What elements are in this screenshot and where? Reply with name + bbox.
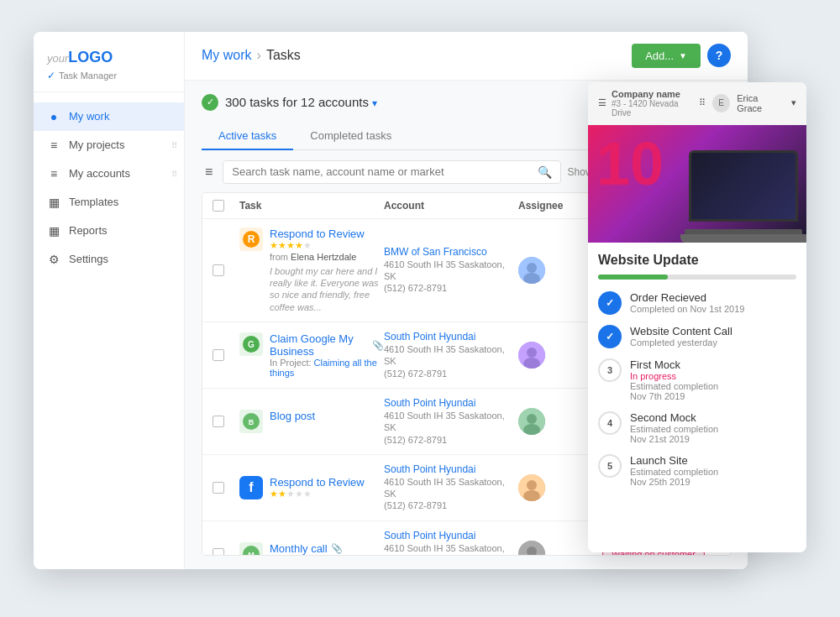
header-task: Task (239, 200, 384, 212)
breadcrumb-separator: › (257, 48, 261, 63)
svg-text:B: B (249, 418, 255, 426)
svg-text:M: M (248, 551, 255, 556)
project-link[interactable]: Claiming all the things (270, 358, 377, 378)
my-projects-icon: ≡ (47, 139, 60, 152)
account-addr: 4610 South IH 35 Saskatoon, SK(512) 672-… (384, 542, 518, 556)
task-name[interactable]: Blog post (270, 410, 315, 422)
row-1-account-cell: BMW of San Francisco 4610 South IH 35 Sa… (384, 246, 518, 295)
laptop-base (680, 234, 806, 243)
svg-text:G: G (248, 340, 255, 349)
progress-bar-fill (598, 275, 668, 280)
account-name[interactable]: South Point Hyundai (384, 463, 518, 475)
milestone-content: Order Recieved Completed on Nov 1st 2019 (630, 291, 744, 314)
milestone-number-icon: 5 (598, 454, 622, 478)
hero-number: 10 (596, 133, 664, 194)
account-addr: 4610 South IH 35 Saskatoon, SK(512) 672-… (384, 476, 518, 512)
row-checkbox (213, 548, 239, 556)
task-info: Claim Google My Business 📎 In Project: C… (270, 332, 384, 378)
sidebar-item-settings[interactable]: ⚙ Settings (34, 245, 184, 274)
avatar (518, 408, 545, 435)
task-name[interactable]: Respond to Review (270, 227, 384, 240)
row-2-task-cell: G Claim Google My Business 📎 In Project:… (239, 332, 384, 378)
sidebar-item-my-accounts[interactable]: ≡ My accounts ⠿ (34, 159, 184, 188)
row-4-account-cell: South Point Hyundai 4610 South IH 35 Sas… (384, 463, 518, 512)
row-5-task-cell: M Monthly call 📎 (239, 542, 384, 556)
task-icon-blog: B (239, 410, 263, 433)
task-name[interactable]: Respond to Review (270, 476, 365, 489)
milestone-number-icon: 3 (598, 358, 622, 382)
progress-bar-container (598, 275, 796, 280)
task-info: Monthly call 📎 (270, 542, 343, 555)
help-button[interactable]: ? (707, 44, 731, 67)
account-name[interactable]: South Point Hyundai (384, 530, 518, 541)
company-name: Company name (612, 89, 699, 99)
search-icon: 🔍 (538, 165, 552, 179)
task-info: Blog post (270, 410, 315, 422)
task-name[interactable]: Monthly call (270, 542, 328, 555)
row-5-checkbox[interactable] (213, 548, 224, 556)
row-1-checkbox[interactable] (213, 264, 224, 276)
in-project: In Project: Claiming all the things (270, 358, 384, 378)
sidebar-item-my-work[interactable]: ● My work (34, 102, 184, 131)
task-stars: ★★★★★ (270, 240, 384, 251)
row-checkbox (213, 349, 239, 361)
panel-header: ☰ Company name #3 - 1420 Nevada Drive ⠿ … (588, 82, 806, 125)
milestone-sub: Estimated completionNov 21st 2019 (630, 424, 718, 444)
row-checkbox (213, 482, 239, 494)
account-name[interactable]: South Point Hyundai (384, 331, 518, 342)
avatar (518, 541, 545, 556)
hamburger-icon: ☰ (598, 97, 606, 108)
milestone-item: 4 Second Mock Estimated completionNov 21… (598, 411, 796, 444)
my-accounts-icon: ≡ (47, 167, 60, 180)
task-stars: ★★★★★ (270, 489, 365, 499)
add-button-label: Add... (645, 50, 674, 62)
milestone-item: 5 Launch Site Estimated completionNov 25… (598, 454, 796, 487)
clip-icon: 📎 (331, 543, 343, 554)
row-1-task-cell: R Respond to Review ★★★★★ from Elena Her… (239, 227, 384, 314)
row-4-task-cell: f Respond to Review ★★★★★ (239, 476, 384, 499)
add-button[interactable]: Add... ▼ (632, 44, 701, 68)
tab-active-tasks[interactable]: Active tasks (202, 123, 293, 150)
account-addr: 4610 South IH 35 Saskatoon, SK(512) 672-… (384, 259, 518, 295)
drag-handle-2: ⠿ (171, 169, 177, 178)
breadcrumb-parent[interactable]: My work (202, 48, 252, 63)
company-address: #3 - 1420 Nevada Drive (612, 99, 699, 118)
svg-point-8 (527, 348, 537, 358)
sidebar-item-my-projects[interactable]: ≡ My projects ⠿ (34, 131, 184, 159)
svg-point-3 (527, 263, 537, 273)
milestone-sub: Estimated completionNov 25th 2019 (630, 467, 718, 487)
row-2-checkbox[interactable] (213, 349, 224, 361)
row-3-checkbox[interactable] (213, 416, 224, 427)
tasks-count-text: 300 tasks for 12 accounts ▾ (225, 95, 377, 109)
templates-icon: ▦ (47, 196, 60, 209)
sidebar-item-label: My projects (69, 139, 124, 151)
user-dropdown-icon[interactable]: ▾ (791, 97, 796, 108)
select-all-checkbox[interactable] (213, 200, 224, 212)
filter-button[interactable]: ≡ (202, 161, 216, 183)
row-checkbox (213, 264, 239, 276)
breadcrumb: My work › Tasks (202, 48, 301, 63)
breadcrumb-current: Tasks (266, 48, 301, 63)
account-name[interactable]: South Point Hyundai (384, 397, 518, 409)
count-dropdown-icon[interactable]: ▾ (372, 97, 377, 109)
avatar (518, 342, 545, 369)
search-input[interactable] (232, 165, 530, 178)
milestone-done-icon: ✓ (598, 325, 622, 348)
row-4-checkbox[interactable] (213, 482, 224, 494)
account-name[interactable]: BMW of San Francisco (384, 246, 518, 258)
sidebar-item-templates[interactable]: ▦ Templates (34, 188, 184, 217)
grid-icon: ⠿ (699, 97, 706, 108)
header-account: Account (384, 200, 518, 212)
milestone-sub: Completed yesterday (630, 337, 732, 348)
sidebar-item-reports[interactable]: ▦ Reports (34, 217, 184, 245)
task-icon-google: G (239, 332, 263, 356)
header-checkbox (213, 200, 239, 212)
svg-point-16 (527, 480, 537, 490)
sidebar-item-label: My work (69, 110, 109, 123)
sidebar-item-label: My accounts (69, 167, 130, 180)
tab-completed-tasks[interactable]: Completed tasks (293, 123, 408, 150)
milestone-list: ✓ Order Recieved Completed on Nov 1st 20… (598, 291, 796, 487)
task-icon-monthly: M (239, 542, 263, 556)
task-meta: from Elena Hertzdale (270, 251, 384, 264)
task-name[interactable]: Claim Google My Business (270, 332, 369, 358)
